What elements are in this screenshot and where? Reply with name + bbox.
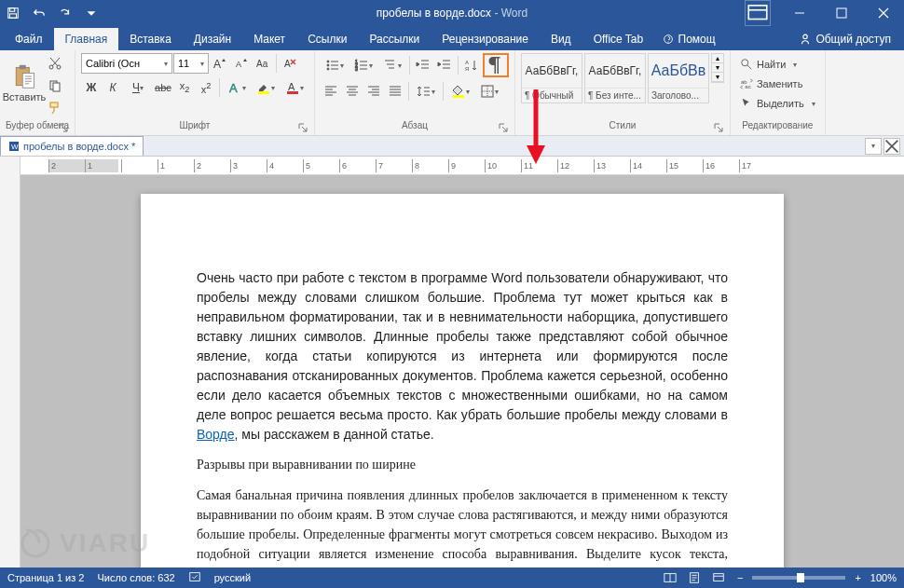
font-launcher[interactable] (297, 123, 308, 134)
close-button[interactable] (862, 0, 904, 26)
svg-rect-3 (748, 6, 767, 20)
zoom-in-button[interactable]: + (851, 572, 864, 583)
paste-button[interactable]: Вставить (6, 53, 43, 113)
svg-rect-31 (453, 95, 464, 98)
zoom-out-button[interactable]: − (733, 572, 746, 583)
svg-rect-8 (20, 65, 26, 69)
tab-officetab[interactable]: Office Tab (582, 28, 655, 50)
select-button[interactable]: Выделить▾ (736, 94, 819, 113)
tab-layout[interactable]: Макет (242, 28, 296, 50)
align-right-icon[interactable] (363, 81, 384, 102)
style-heading1[interactable]: АаБбВв Заголово... (648, 53, 709, 103)
sort-icon[interactable]: АЯ (461, 55, 482, 75)
tabbar-dropdown-icon[interactable]: ▾ (865, 138, 882, 155)
align-center-icon[interactable] (342, 81, 363, 102)
bullets-icon[interactable]: ▾ (321, 55, 349, 75)
status-language[interactable]: русский (214, 572, 251, 583)
style-normal[interactable]: АаБбВвГг, ¶ Обычный (521, 53, 582, 103)
clear-formatting-icon[interactable]: A (280, 53, 300, 74)
svg-rect-9 (22, 74, 34, 89)
status-word-count[interactable]: Число слов: 632 (97, 572, 174, 583)
tab-file[interactable]: Файл (4, 28, 54, 50)
svg-rect-20 (258, 91, 269, 94)
styles-gallery-scroll[interactable]: ▴▾▾ (711, 53, 724, 83)
document-tab[interactable]: W пробелы в ворде.docx * (0, 136, 144, 156)
view-read-mode-icon[interactable] (661, 569, 679, 586)
status-spellcheck-icon[interactable] (188, 570, 201, 585)
tabbar-close-icon[interactable] (883, 138, 900, 155)
undo-icon[interactable] (26, 0, 52, 26)
svg-text:А: А (465, 60, 469, 65)
tab-home[interactable]: Главная (54, 28, 119, 50)
ribbon-tabs: Файл Главная Вставка Дизайн Макет Ссылки… (0, 26, 904, 50)
tab-insert[interactable]: Вставка (118, 28, 183, 50)
find-button[interactable]: Найти▾ (736, 55, 801, 74)
superscript-icon[interactable]: x2 (196, 77, 216, 98)
paragraph-launcher[interactable] (498, 123, 509, 134)
strikethrough-icon[interactable]: abc (153, 77, 173, 98)
highlight-icon[interactable]: ▾ (252, 77, 280, 98)
underline-icon[interactable]: Ч▾ (124, 77, 152, 98)
paragraph-1: Очень часто при работе с текстом в прогр… (197, 268, 728, 444)
italic-icon[interactable]: К (103, 77, 123, 98)
tab-review[interactable]: Рецензирование (431, 28, 540, 50)
font-size-combo[interactable]: 11▾ (173, 53, 209, 74)
tell-me[interactable]: Помощ (654, 28, 722, 50)
save-icon[interactable] (0, 0, 26, 26)
increase-indent-icon[interactable] (434, 55, 455, 75)
grow-font-icon[interactable]: A (210, 53, 230, 74)
style-no-spacing[interactable]: АаБбВвГг, ¶ Без инте... (584, 53, 646, 103)
borders-icon[interactable]: ▾ (475, 81, 503, 102)
change-case-icon[interactable]: Aa (253, 53, 273, 74)
line-spacing-icon[interactable]: ▾ (412, 81, 440, 102)
clipboard-launcher[interactable] (58, 123, 69, 134)
shading-icon[interactable]: ▾ (446, 81, 474, 102)
numbering-icon[interactable]: 123▾ (349, 55, 377, 75)
redo-icon[interactable] (52, 0, 78, 26)
svg-text:ac: ac (745, 83, 750, 89)
view-print-layout-icon[interactable] (685, 569, 704, 586)
vertical-ruler[interactable] (0, 175, 21, 567)
svg-rect-14 (50, 103, 58, 107)
svg-rect-4 (837, 8, 846, 18)
ribbon-display-options-icon[interactable] (745, 0, 771, 26)
minimize-button[interactable] (778, 0, 820, 26)
tab-mailings[interactable]: Рассылки (358, 28, 431, 50)
tab-references[interactable]: Ссылки (296, 28, 358, 50)
group-paragraph: ▾ 123▾ ▾ АЯ ▾ ▾ ▾ Абзац (315, 50, 515, 135)
zoom-slider[interactable] (752, 576, 845, 580)
copy-icon[interactable] (45, 75, 65, 96)
replace-button[interactable]: abacЗаменить (736, 75, 806, 93)
horizontal-ruler[interactable]: 2 1 1 2 3 4 5 6 7 8 9 10 11 12 13 14 15 … (21, 157, 904, 175)
text-effects-icon[interactable]: A▾ (223, 77, 251, 98)
zoom-level[interactable]: 100% (870, 572, 897, 583)
status-page[interactable]: Страница 1 из 2 (7, 572, 84, 583)
share-button[interactable]: Общий доступ (789, 28, 900, 50)
bold-icon[interactable]: Ж (81, 77, 102, 98)
document-canvas[interactable]: Очень часто при работе с текстом в прогр… (21, 175, 904, 567)
view-web-layout-icon[interactable] (709, 569, 728, 586)
svg-text:A: A (236, 60, 241, 69)
font-color-icon[interactable]: A▾ (281, 77, 308, 98)
svg-point-24 (327, 64, 329, 66)
qat-customize-icon[interactable] (78, 0, 104, 26)
multilevel-list-icon[interactable]: ▾ (378, 55, 406, 75)
align-left-icon[interactable] (321, 81, 341, 102)
maximize-button[interactable] (820, 0, 862, 26)
decrease-indent-icon[interactable] (413, 55, 433, 75)
format-painter-icon[interactable] (45, 98, 65, 118)
justify-icon[interactable] (385, 81, 405, 102)
paragraph-2: Разрывы при выравнивании по ширине (197, 458, 728, 472)
tab-design[interactable]: Дизайн (183, 28, 242, 50)
group-editing: Найти▾ abacЗаменить Выделить▾ Редактиров… (731, 50, 826, 135)
tab-view[interactable]: Вид (540, 28, 582, 50)
font-name-combo[interactable]: Calibri (Осн▾ (81, 53, 172, 74)
status-bar: Страница 1 из 2 Число слов: 632 русский … (0, 567, 904, 588)
subscript-icon[interactable]: x2 (174, 77, 195, 98)
shrink-font-icon[interactable]: A (231, 53, 252, 74)
styles-launcher[interactable] (713, 123, 724, 134)
svg-point-6 (803, 34, 807, 38)
link-word[interactable]: Ворде (197, 427, 235, 442)
cut-icon[interactable] (45, 53, 65, 74)
show-paragraph-marks-button[interactable] (483, 53, 509, 77)
